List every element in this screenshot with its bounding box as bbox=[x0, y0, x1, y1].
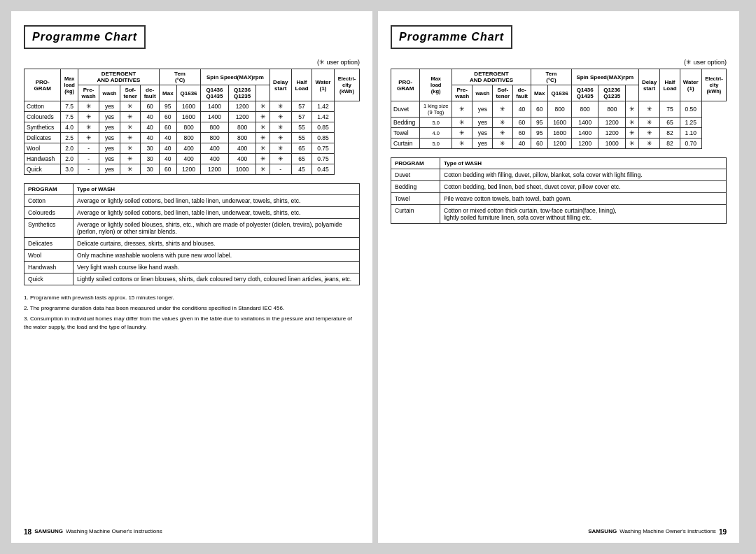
cell-q1236: 800 bbox=[228, 133, 256, 143]
cell-water: 82 bbox=[660, 128, 680, 138]
col-q1436: Q1436Q1435 bbox=[201, 85, 229, 101]
cell-default: 30 bbox=[141, 164, 159, 175]
page1-prog-table: PRO-GRAM Maxload(kg) DETERGENTAND ADDITI… bbox=[24, 69, 360, 175]
note-item: 1. Programme with prewash lasts approx. … bbox=[24, 294, 360, 302]
col-prewash: Pre-wash bbox=[78, 85, 99, 101]
page1-user-option: (✳ user option) bbox=[24, 59, 360, 66]
wash-desc: Cotton bedding with filling, duvet, pill… bbox=[440, 169, 727, 181]
cell-q1236: 1000 bbox=[598, 138, 626, 149]
table-row: Cotton 7.5 ✳ yes ✳ 60 95 1600 1400 1200 … bbox=[24, 101, 360, 112]
col-water: Water(1) bbox=[312, 69, 334, 101]
cell-elec: 0.45 bbox=[312, 164, 334, 175]
wash-desc: Lightly soiled cottons or linen blouses,… bbox=[74, 274, 360, 285]
cell-water: 65 bbox=[660, 118, 680, 128]
cell-softener: ✳ bbox=[120, 101, 140, 112]
cell-water: 57 bbox=[292, 101, 312, 112]
wash-program: Quick bbox=[24, 274, 74, 285]
cell-wash: yes bbox=[99, 122, 120, 133]
cell-q1436: 1200 bbox=[201, 164, 229, 175]
cell-q1636: 1200 bbox=[548, 138, 572, 149]
wash-col-type: Type of WASH bbox=[74, 184, 360, 195]
cell-max: 40 bbox=[159, 133, 176, 143]
cell-load: 5.0 bbox=[420, 118, 452, 128]
cell-half: ✳ bbox=[270, 154, 291, 164]
col-wash: wash bbox=[99, 85, 120, 101]
cell-half: ✳ bbox=[638, 128, 660, 138]
cell-elec: 0.70 bbox=[680, 138, 701, 149]
cell-q1636: 400 bbox=[176, 154, 200, 164]
cell-q1436: 1400 bbox=[571, 128, 598, 138]
cell-delay: ✳ bbox=[626, 138, 639, 149]
cell-wash: yes bbox=[472, 101, 493, 118]
wash-desc: Pile weave cotton towels, bath towel, ba… bbox=[440, 193, 727, 205]
wash-desc: Cotton bedding, bed linen, bed sheet, du… bbox=[440, 181, 727, 193]
cell-delay: ✳ bbox=[626, 101, 639, 118]
cell-q1636: 1200 bbox=[176, 164, 200, 175]
cell-q1636: 1600 bbox=[548, 128, 572, 138]
cell-wash: yes bbox=[472, 138, 493, 149]
wash-program: Cotton bbox=[24, 195, 74, 207]
cell-q1436: 400 bbox=[201, 154, 229, 164]
cell-half: ✳ bbox=[270, 101, 291, 112]
cell-q1436: 1200 bbox=[571, 138, 598, 149]
cell-delay: ✳ bbox=[626, 118, 639, 128]
cell-max: 60 bbox=[531, 138, 547, 149]
col-softener: Sof-tener bbox=[120, 85, 140, 101]
p2-col-temp-header: Tem(°C) bbox=[531, 69, 571, 85]
cell-prewash: ✳ bbox=[452, 138, 472, 149]
cell-delay: ✳ bbox=[256, 122, 270, 133]
page2-num: 19 bbox=[719, 528, 727, 536]
p2-col-default: de-fault bbox=[513, 85, 531, 101]
p2-col-delay: Delaystart bbox=[638, 69, 660, 101]
wash-desc: Cotton or mixed cotton thick curtain, to… bbox=[440, 205, 727, 224]
cell-max: 95 bbox=[531, 118, 547, 128]
table-row: Towel 4.0 ✳ yes ✳ 60 95 1600 1400 1200 ✳… bbox=[391, 128, 727, 138]
table-row: Quick 3.0 - yes ✳ 30 60 1200 1200 1000 ✳… bbox=[24, 164, 360, 175]
page-2: Programme Chart (✳ user option) PRO-GRAM… bbox=[378, 11, 739, 543]
cell-half: ✳ bbox=[270, 122, 291, 133]
cell-softener: ✳ bbox=[493, 138, 513, 149]
col-q1236: Q1236Q1235 bbox=[228, 85, 256, 101]
cell-name: Cotton bbox=[24, 101, 61, 112]
cell-name: Handwash bbox=[24, 154, 61, 164]
p2-col-elec: Electri-city(kWh) bbox=[701, 69, 726, 101]
cell-q1436: 800 bbox=[571, 101, 598, 118]
cell-delay: ✳ bbox=[256, 143, 270, 154]
cell-elec: 0.50 bbox=[680, 101, 701, 118]
wash-row: Towel Pile weave cotton towels, bath tow… bbox=[391, 193, 727, 205]
cell-half: ✳ bbox=[638, 138, 660, 149]
cell-half: ✳ bbox=[270, 143, 291, 154]
cell-delay: ✳ bbox=[256, 133, 270, 143]
cell-max: 95 bbox=[159, 101, 176, 112]
wash-row: Synthetics Average or lightly soiled blo… bbox=[24, 219, 360, 238]
col-delay: Delaystart bbox=[270, 69, 291, 101]
cell-default: 30 bbox=[141, 154, 159, 164]
wash-col-program: PROGRAM bbox=[24, 184, 74, 195]
cell-q1236: 800 bbox=[598, 101, 626, 118]
page1-num: 18 bbox=[24, 528, 31, 536]
cell-load: 4.0 bbox=[420, 128, 452, 138]
cell-max: 60 bbox=[159, 122, 176, 133]
cell-q1636: 400 bbox=[176, 143, 200, 154]
wash-desc: Delicate curtains, dresses, skirts, shir… bbox=[74, 238, 360, 250]
cell-name: Duvet bbox=[391, 101, 420, 118]
cell-wash: yes bbox=[99, 154, 120, 164]
page2-wash-table: PROGRAM Type of WASH Duvet Cotton beddin… bbox=[391, 157, 727, 224]
page1-notes: 1. Programme with prewash lasts approx. … bbox=[24, 294, 360, 332]
cell-load: 3.0 bbox=[61, 164, 78, 175]
cell-water: 45 bbox=[292, 164, 312, 175]
cell-load: 2.0 bbox=[61, 143, 78, 154]
wash-program: Synthetics bbox=[24, 219, 74, 238]
wash-program: Coloureds bbox=[24, 207, 74, 219]
cell-softener: ✳ bbox=[493, 101, 513, 118]
cell-q1436: 1400 bbox=[571, 118, 598, 128]
wash-desc: Only machine washable woolens with pure … bbox=[74, 250, 360, 262]
col-spin-header: Spin Speed(MAX)rpm bbox=[201, 69, 270, 85]
cell-name: Wool bbox=[24, 143, 61, 154]
wash-row: Delicates Delicate curtains, dresses, sk… bbox=[24, 238, 360, 250]
cell-water: 65 bbox=[292, 154, 312, 164]
cell-wash: yes bbox=[472, 128, 493, 138]
cell-water: 82 bbox=[660, 138, 680, 149]
cell-max: 40 bbox=[159, 154, 176, 164]
p2-col-program: PRO-GRAM bbox=[391, 69, 420, 101]
